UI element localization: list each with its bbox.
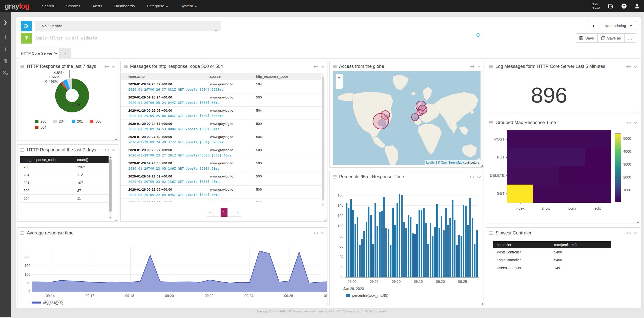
bar[interactable] — [461, 236, 462, 277]
bar[interactable] — [465, 206, 467, 277]
heatmap-cell[interactable] — [585, 148, 611, 167]
leaflet-link[interactable]: Leaflet — [426, 161, 435, 164]
bar[interactable] — [390, 245, 392, 277]
graylog-logo[interactable]: graylog — [5, 2, 29, 10]
save-button[interactable]: Save — [576, 33, 598, 43]
bar[interactable] — [439, 228, 440, 277]
more-actions-button[interactable]: ... — [625, 33, 636, 43]
info-icon[interactable]: i — [5, 34, 6, 40]
legend-item[interactable]: 204 — [53, 119, 65, 123]
focus-widget-icon[interactable] — [104, 65, 110, 68]
widget-menu-icon[interactable] — [112, 65, 116, 68]
resize-handle[interactable] — [324, 303, 326, 305]
message-row[interactable]: 2020-01-29 09:24:53 +00:00www.graylog.to… — [121, 120, 321, 133]
heatmap-cell[interactable] — [533, 166, 559, 185]
bar[interactable] — [350, 199, 352, 277]
bar[interactable] — [375, 203, 376, 277]
heatmap-cell[interactable] — [559, 148, 585, 167]
widget-menu-icon[interactable] — [633, 65, 637, 68]
edit-icon[interactable] — [608, 3, 614, 9]
drag-handle-icon[interactable] — [20, 231, 24, 235]
bar[interactable] — [405, 228, 407, 277]
drag-handle-icon[interactable] — [333, 175, 337, 178]
heatmap-cell[interactable] — [533, 130, 559, 148]
focus-widget-icon[interactable] — [104, 148, 110, 152]
scrollbar[interactable]: ▲▼ — [321, 73, 325, 207]
bar[interactable] — [401, 195, 403, 277]
resize-handle[interactable] — [637, 110, 639, 112]
bar[interactable] — [368, 207, 369, 277]
scroll-thumb[interactable] — [109, 159, 112, 212]
heatmap-cell[interactable] — [507, 185, 533, 203]
resize-handle[interactable] — [637, 303, 639, 305]
heatmap-cell[interactable] — [585, 166, 611, 185]
map-access-circle[interactable] — [381, 111, 390, 119]
widget-menu-icon[interactable] — [321, 231, 325, 235]
bar[interactable] — [355, 224, 356, 277]
focus-widget-icon[interactable] — [469, 175, 475, 179]
legend-item[interactable]: 504 — [35, 125, 46, 129]
legend-item[interactable]: 500 — [90, 119, 101, 123]
plus-icon[interactable]: + — [4, 46, 8, 52]
bar[interactable] — [434, 227, 436, 277]
resize-handle[interactable] — [324, 218, 326, 221]
drag-handle-icon[interactable] — [489, 121, 493, 124]
widget-menu-icon[interactable] — [321, 65, 325, 68]
bar[interactable] — [436, 204, 438, 277]
resize-handle[interactable] — [481, 303, 483, 305]
tab-http-core-server[interactable]: HTTP Core Server — [20, 48, 58, 59]
focus-widget-icon[interactable] — [626, 121, 631, 125]
heatmap-cell[interactable] — [559, 130, 585, 148]
bar[interactable] — [452, 200, 453, 277]
bar[interactable] — [423, 208, 425, 277]
bar[interactable] — [363, 231, 365, 277]
resize-handle[interactable] — [481, 165, 483, 167]
message-row[interactable]: 2020-01-29 09:26:37 +00:00www.graylog.to… — [121, 80, 321, 93]
drag-handle-icon[interactable] — [20, 148, 24, 152]
bar[interactable] — [472, 218, 473, 277]
nav-item-dashboards[interactable]: Dashboards — [108, 0, 141, 12]
focus-widget-icon[interactable] — [626, 65, 631, 68]
heatmap-cell[interactable] — [559, 185, 585, 203]
legend-item[interactable]: 200 — [35, 119, 46, 123]
bar[interactable] — [403, 222, 405, 277]
legend-item[interactable]: 201 — [72, 119, 83, 123]
area-fill[interactable] — [32, 251, 327, 292]
heatmap-cell[interactable] — [507, 148, 533, 167]
save-as-button[interactable]: Save as — [598, 33, 625, 43]
filter-button[interactable] — [21, 33, 32, 44]
bar[interactable] — [427, 244, 429, 277]
bar[interactable] — [377, 226, 378, 277]
page-button[interactable]: « — [207, 208, 214, 217]
widget-menu-icon[interactable] — [112, 148, 116, 152]
heatmap-cell[interactable] — [559, 166, 585, 185]
bar[interactable] — [421, 210, 423, 277]
nav-item-alerts[interactable]: Alerts — [86, 0, 108, 12]
bar[interactable] — [385, 228, 387, 277]
bar[interactable] — [359, 245, 361, 277]
widget-menu-icon[interactable] — [633, 121, 637, 125]
heatmap-cell[interactable] — [507, 130, 533, 148]
focus-widget-icon[interactable] — [469, 65, 475, 68]
bar[interactable] — [348, 208, 350, 277]
help-icon[interactable]: ? — [621, 3, 627, 9]
page-button[interactable]: » — [234, 208, 241, 217]
focus-widget-icon[interactable] — [626, 231, 631, 235]
bar[interactable] — [370, 215, 372, 277]
bar[interactable] — [432, 236, 434, 277]
scroll-thumb[interactable] — [322, 76, 324, 201]
message-row[interactable]: 2020-01-29 09:21:07 +00:00www.graylog.to… — [121, 199, 321, 202]
bar[interactable] — [394, 225, 396, 277]
message-row[interactable]: 2020-01-29 09:23:27 +00:00www.graylog.to… — [121, 146, 321, 159]
bar[interactable] — [469, 198, 471, 277]
map-access-circle[interactable] — [411, 114, 419, 121]
widget-menu-icon[interactable] — [633, 231, 637, 235]
bar[interactable] — [458, 235, 460, 277]
page-button[interactable]: › — [227, 208, 234, 217]
bar[interactable] — [383, 197, 385, 277]
bar[interactable] — [410, 217, 411, 277]
drag-handle-icon[interactable] — [489, 65, 493, 68]
bar[interactable] — [474, 244, 476, 277]
heatmap-cell[interactable] — [533, 148, 559, 167]
page-button[interactable]: ‹ — [214, 208, 221, 217]
